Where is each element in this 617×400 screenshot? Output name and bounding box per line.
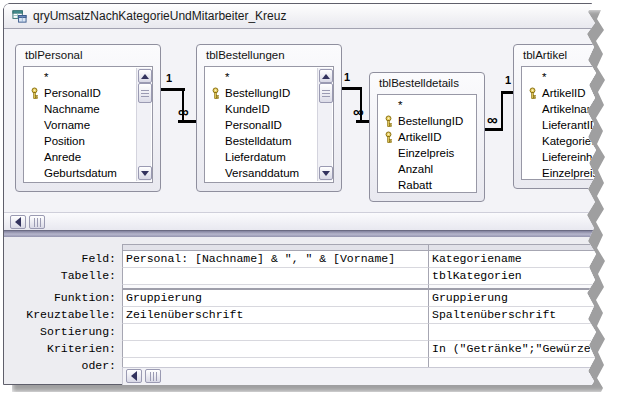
- primary-key-icon: [378, 131, 398, 144]
- grid-cell-sortierung-col2[interactable]: [429, 324, 597, 341]
- join-many-label: ∞: [487, 114, 497, 126]
- grid-cell-funktion-col2[interactable]: Gruppierung: [429, 290, 597, 307]
- arrow-up-icon: [322, 74, 330, 79]
- join-segment: [485, 128, 503, 131]
- table-title: tblBestellungen: [197, 45, 341, 65]
- diagram-pane: tblPersonal * PersonalID Nachname Vornam…: [4, 29, 600, 212]
- arrow-left-icon: [131, 371, 137, 381]
- grid-cell-funktion-col1[interactable]: Gruppierung: [122, 290, 429, 307]
- design-grid-pane: Feld: Personal: [Nachname] & ", " & [Vor…: [4, 237, 600, 384]
- row-label-tabelle: Tabelle:: [12, 268, 122, 285]
- scroll-down-button[interactable]: [138, 166, 152, 180]
- field-row[interactable]: Anrede: [24, 149, 152, 165]
- scroll-left-button[interactable]: [126, 369, 142, 383]
- table-window-tblBestellungen[interactable]: tblBestellungen * BestellungID KundeID P…: [196, 44, 342, 192]
- field-row[interactable]: *: [205, 69, 333, 85]
- join-many-label: ∞: [353, 106, 363, 118]
- field-row[interactable]: Bestelldatum: [205, 133, 333, 149]
- join-segment: [501, 91, 503, 131]
- diagram-hscrollbar[interactable]: [4, 212, 600, 231]
- field-row[interactable]: Geburtsdatum: [24, 165, 152, 181]
- field-row[interactable]: BestellungID: [378, 113, 476, 129]
- grid-cell-feld-col2[interactable]: Kategoriename: [429, 251, 597, 268]
- field-row[interactable]: BestellungID: [205, 85, 333, 101]
- arrow-left-icon: [15, 217, 21, 227]
- field-row[interactable]: PersonalID: [24, 85, 152, 101]
- scroll-left-button[interactable]: [10, 215, 26, 229]
- grid-cell-tabelle-col2[interactable]: tblKategorien: [429, 268, 597, 285]
- row-label-kriterien: Kriterien:: [12, 341, 122, 358]
- row-label-kreuztabelle: Kreuztabelle:: [12, 307, 122, 324]
- window-title-bar[interactable]: qryUmsatzNachKategorieUndMitarbeiter_Kre…: [4, 4, 600, 29]
- field-row[interactable]: KundeID: [205, 101, 333, 117]
- grid-cell-kriterien-col1[interactable]: [122, 341, 429, 358]
- scrollbar-thumb[interactable]: [145, 369, 161, 383]
- grid-cell-kriterien-col2[interactable]: In ("Getränke";"Gewürze"): [429, 341, 597, 358]
- field-row[interactable]: Vorname: [24, 117, 152, 133]
- field-list-scrollbar[interactable]: [317, 68, 332, 181]
- field-row[interactable]: Anzahl: [378, 161, 476, 177]
- grid-cell-kreuztabelle-col2[interactable]: Spaltenüberschrift: [429, 307, 597, 324]
- field-row[interactable]: Lieferdatum: [205, 149, 333, 165]
- arrow-up-icon: [141, 74, 149, 79]
- row-label-funktion: Funktion:: [12, 290, 122, 307]
- table-title: tblPersonal: [16, 45, 160, 65]
- row-label-sortierung: Sortierung:: [12, 324, 122, 341]
- column-selector[interactable]: [122, 244, 429, 251]
- query-design-window: qryUmsatzNachKategorieUndMitarbeiter_Kre…: [3, 3, 601, 385]
- field-row[interactable]: *: [24, 69, 152, 85]
- primary-key-icon: [378, 115, 398, 128]
- query-datasheet-icon: [12, 9, 27, 24]
- primary-key-icon: [522, 87, 542, 100]
- field-row[interactable]: ArtikelID: [378, 129, 476, 145]
- arrow-down-icon: [141, 171, 149, 176]
- field-row[interactable]: Einzelpreis: [378, 145, 476, 161]
- grip-icon: [141, 90, 149, 97]
- scrollbar-thumb[interactable]: [138, 83, 152, 103]
- table-title: tblBestelldetails: [370, 73, 484, 93]
- scroll-up-button[interactable]: [319, 69, 333, 83]
- join-one-label: 1: [344, 72, 350, 83]
- grip-icon: [150, 372, 157, 381]
- field-row[interactable]: Rabatt: [378, 177, 476, 193]
- grid-hscrollbar[interactable]: [122, 367, 600, 386]
- primary-key-icon: [24, 87, 44, 100]
- join-segment: [356, 120, 369, 123]
- field-row[interactable]: PersonalID: [205, 117, 333, 133]
- table-window-tblPersonal[interactable]: tblPersonal * PersonalID Nachname Vornam…: [15, 44, 161, 192]
- field-list: * PersonalID Nachname Vorname Position A…: [23, 66, 153, 183]
- grip-icon: [34, 218, 41, 227]
- row-label-feld: Feld:: [12, 251, 122, 268]
- join-many-label: ∞: [178, 106, 188, 118]
- grid-cell-feld-col1[interactable]: Personal: [Nachname] & ", " & [Vorname]: [122, 251, 429, 268]
- arrow-down-icon: [322, 171, 330, 176]
- scrollbar-thumb[interactable]: [319, 83, 333, 103]
- grid-cell-tabelle-col1[interactable]: [122, 268, 429, 285]
- table-window-tblBestelldetails[interactable]: tblBestelldetails * BestellungID Artikel…: [369, 72, 485, 202]
- window-title: qryUmsatzNachKategorieUndMitarbeiter_Kre…: [33, 9, 286, 23]
- primary-key-icon: [205, 87, 225, 100]
- field-row[interactable]: Versanddatum: [205, 165, 333, 181]
- grid-cell-sortierung-col1[interactable]: [122, 324, 429, 341]
- screenshot-stage: qryUmsatzNachKategorieUndMitarbeiter_Kre…: [0, 0, 617, 400]
- query-design-grid: Feld: Personal: [Nachname] & ", " & [Vor…: [12, 244, 597, 375]
- join-segment: [178, 120, 196, 123]
- scroll-down-button[interactable]: [319, 166, 333, 180]
- column-selector[interactable]: [429, 244, 597, 251]
- field-list-scrollbar[interactable]: [136, 68, 151, 181]
- field-row[interactable]: Position: [24, 133, 152, 149]
- field-list: * BestellungID ArtikelID Einzelpreis Anz…: [377, 94, 477, 193]
- join-segment: [342, 87, 362, 90]
- field-list: * BestellungID KundeID PersonalID Bestel…: [204, 66, 334, 183]
- grip-icon: [322, 90, 330, 97]
- field-row[interactable]: *: [378, 97, 476, 113]
- field-row[interactable]: Nachname: [24, 101, 152, 117]
- join-one-label: 1: [505, 75, 511, 86]
- grid-cell-kreuztabelle-col1[interactable]: Zeilenüberschrift: [122, 307, 429, 324]
- scrollbar-thumb[interactable]: [29, 215, 45, 229]
- join-one-label: 1: [166, 73, 172, 84]
- scroll-up-button[interactable]: [138, 69, 152, 83]
- table-window-tblArtikel[interactable]: tblArtikel * ArtikelID Artikelname Liefe…: [513, 44, 617, 189]
- row-label-oder: oder:: [12, 358, 122, 375]
